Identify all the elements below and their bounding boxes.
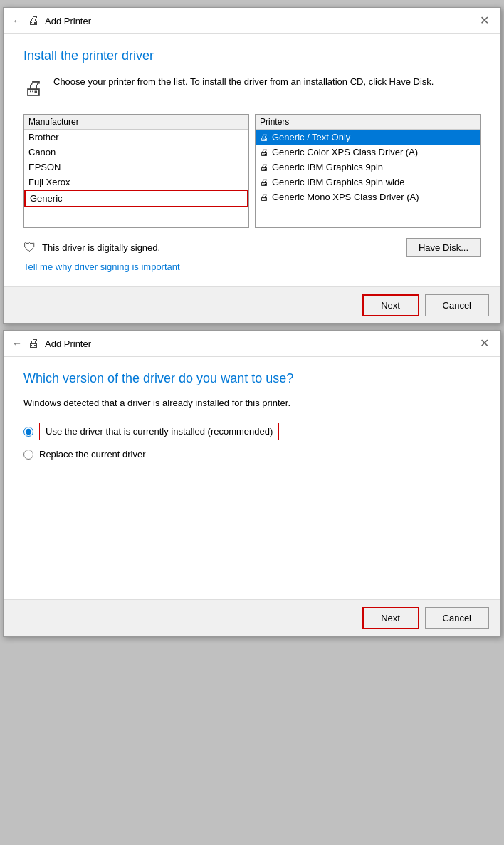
printer-icon-small: 🖨 <box>28 14 39 27</box>
printer-ibm-9pin-label: Generic IBM Graphics 9pin <box>272 162 383 172</box>
printer-icon-item3: 🖨 <box>260 177 268 187</box>
radio-group: Use the driver that is currently install… <box>23 422 481 460</box>
printer-ibm-9pin[interactable]: 🖨 Generic IBM Graphics 9pin <box>256 160 480 175</box>
dialog2-footer: Next Cancel <box>4 599 500 636</box>
manufacturer-container: Manufacturer Brother Canon EPSON Fuji Xe… <box>23 114 249 228</box>
printer-mono-xps-label: Generic Mono XPS Class Driver (A) <box>272 192 419 202</box>
printers-header: Printers <box>256 115 480 130</box>
printer-icon-item2: 🖨 <box>260 162 268 172</box>
printer-text-only[interactable]: 🖨 Generic / Text Only <box>256 130 480 145</box>
printers-listbox[interactable]: Printers 🖨 Generic / Text Only 🖨 Generic… <box>255 114 481 228</box>
manufacturer-epson[interactable]: EPSON <box>24 160 248 175</box>
printer-color-xps-label: Generic Color XPS Class Driver (A) <box>272 147 418 157</box>
title-bar-2: ← 🖨 Add Printer ✕ <box>4 331 500 357</box>
option-replace-label: Replace the current driver <box>39 449 146 460</box>
description-row: 🖨 Choose your printer from the list. To … <box>23 75 481 100</box>
description-text: Choose your printer from the list. To in… <box>53 75 434 89</box>
printer-icon-item0: 🖨 <box>260 133 268 142</box>
manufacturer-fuji-xerox[interactable]: Fuji Xerox <box>24 175 248 190</box>
dialog2-title: Add Printer <box>45 338 91 349</box>
back-arrow-icon[interactable]: ← <box>12 15 22 26</box>
printer-icon-item1: 🖨 <box>260 147 268 157</box>
driver-signing-link[interactable]: Tell me why driver signing is important <box>23 261 180 272</box>
printers-container: Printers 🖨 Generic / Text Only 🖨 Generic… <box>255 114 481 228</box>
cancel-button-1[interactable]: Cancel <box>425 294 489 316</box>
dialog2: ← 🖨 Add Printer ✕ Which version of the d… <box>3 330 501 637</box>
driver-info-row: 🛡 This driver is digitally signed. Have … <box>23 238 481 257</box>
printer-ibm-9pin-wide[interactable]: 🖨 Generic IBM Graphics 9pin wide <box>256 175 480 190</box>
option-keep-current[interactable]: Use the driver that is currently install… <box>23 422 481 440</box>
section-title-2: Which version of the driver do you want … <box>23 371 481 386</box>
manufacturer-brother[interactable]: Brother <box>24 130 248 145</box>
dialog1: ← 🖨 Add Printer ✕ Install the printer dr… <box>3 7 501 324</box>
shield-icon: 🛡 <box>23 240 36 255</box>
option-keep-current-label: Use the driver that is currently install… <box>39 422 279 440</box>
option-replace[interactable]: Replace the current driver <box>23 449 481 460</box>
printer-big-icon: 🖨 <box>23 76 43 100</box>
printer-text-only-label: Generic / Text Only <box>272 132 350 142</box>
close-button-1[interactable]: ✕ <box>477 14 492 28</box>
radio-keep-current[interactable] <box>23 427 33 437</box>
next-button-1[interactable]: Next <box>362 294 419 316</box>
title-bar-1: ← 🖨 Add Printer ✕ <box>4 8 500 34</box>
dialog2-content: Which version of the driver do you want … <box>4 357 500 599</box>
close-button-2[interactable]: ✕ <box>477 336 492 351</box>
digitally-signed-text: This driver is digitally signed. <box>42 242 160 253</box>
dialog1-title: Add Printer <box>45 16 91 26</box>
printer-icon-small-2: 🖨 <box>28 337 39 350</box>
radio-replace[interactable] <box>23 450 33 460</box>
printer-icon-item4: 🖨 <box>260 192 268 202</box>
back-arrow-icon-2[interactable]: ← <box>12 338 22 349</box>
section-title-1: Install the printer driver <box>23 48 481 63</box>
next-button-2[interactable]: Next <box>362 607 419 629</box>
cancel-button-2[interactable]: Cancel <box>425 607 489 629</box>
dialog1-footer: Next Cancel <box>4 286 500 323</box>
detected-text: Windows detected that a driver is alread… <box>23 398 481 408</box>
have-disk-button[interactable]: Have Disk... <box>406 238 481 257</box>
list-section: Manufacturer Brother Canon EPSON Fuji Xe… <box>23 114 481 228</box>
manufacturer-header: Manufacturer <box>24 115 248 130</box>
printer-ibm-9pin-wide-label: Generic IBM Graphics 9pin wide <box>272 177 404 187</box>
printer-mono-xps[interactable]: 🖨 Generic Mono XPS Class Driver (A) <box>256 190 480 204</box>
printer-color-xps[interactable]: 🖨 Generic Color XPS Class Driver (A) <box>256 145 480 160</box>
manufacturer-listbox[interactable]: Manufacturer Brother Canon EPSON Fuji Xe… <box>23 114 249 228</box>
manufacturer-canon[interactable]: Canon <box>24 145 248 160</box>
manufacturer-generic[interactable]: Generic <box>24 190 248 207</box>
dialog1-content: Install the printer driver 🖨 Choose your… <box>4 34 500 286</box>
